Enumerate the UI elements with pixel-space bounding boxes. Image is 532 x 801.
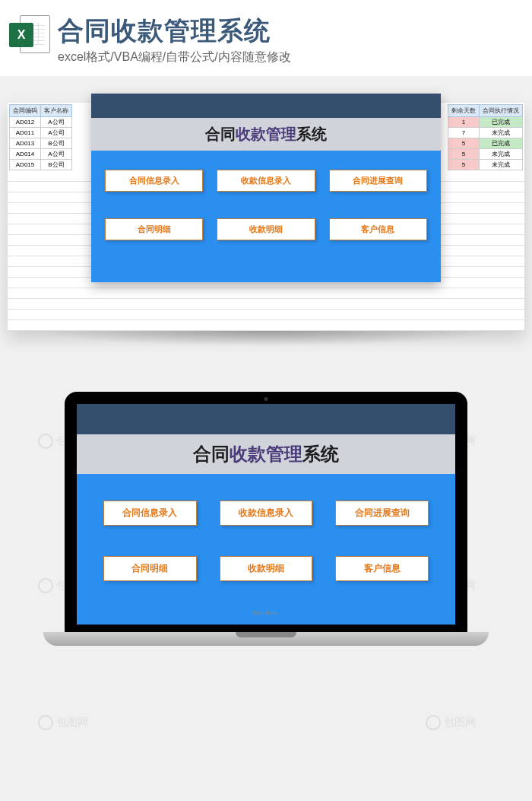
laptop-brand: MacBook [253,609,278,616]
status-cell: 未完成 [480,148,523,159]
watermark: 包图网 [426,715,476,730]
btn-contract-input[interactable]: 合同信息录入 [103,501,197,526]
btn-receipt-detail[interactable]: 收款明细 [220,556,313,581]
btn-receipt-detail[interactable]: 收款明细 [217,218,315,240]
page-title: 合同收款管理系统 [58,15,523,46]
btn-contract-input[interactable]: 合同信息录入 [105,170,203,192]
btn-contract-detail[interactable]: 合同明细 [105,218,203,240]
days-cell: 5 [448,159,480,170]
laptop-preview: 合同收款管理系统 合同信息录入 收款信息录入 合同进展查询 合同明细 收款明细 … [0,369,532,676]
status-cell: 已完成 [480,116,523,127]
days-cell: 1 [448,116,480,127]
btn-progress-query[interactable]: 合同进展查询 [329,170,427,192]
btn-receipt-input[interactable]: 收款信息录入 [217,170,315,192]
watermark: 包图网 [38,715,88,730]
camera-icon [264,397,268,401]
days-cell: 5 [448,148,480,159]
left-table: 合同编码 客户名称 AD012A公司 AD011A公司 AD013B公司 AD0… [9,104,72,170]
status-cell: 未完成 [480,159,523,170]
right-table: 剩余天数 合同执行情况 1已完成 7未完成 5已完成 5未完成 5未完成 [448,104,523,170]
days-cell: 5 [448,138,480,148]
btn-customer-info[interactable]: 客户信息 [329,218,427,240]
btn-receipt-input[interactable]: 收款信息录入 [220,501,313,526]
btn-customer-info[interactable]: 客户信息 [335,556,429,581]
status-cell: 已完成 [480,138,523,148]
header: X 合同收款管理系统 excel格式/VBA编程/自带公式/内容随意修改 [0,0,532,76]
spreadsheet-preview: 合同编码 客户名称 AD012A公司 AD011A公司 AD013B公司 AD0… [0,76,532,369]
panel-title: 合同收款管理系统 [91,118,441,151]
btn-progress-query[interactable]: 合同进展查询 [335,501,429,526]
excel-icon: X [9,15,50,56]
btn-contract-detail[interactable]: 合同明细 [103,556,197,581]
laptop-panel-title: 合同收款管理系统 [77,434,455,474]
days-cell: 7 [448,127,480,138]
status-cell: 未完成 [480,127,523,138]
menu-panel: 合同收款管理系统 合同信息录入 收款信息录入 合同进展查询 合同明细 收款明细 … [91,94,441,282]
page-subtitle: excel格式/VBA编程/自带公式/内容随意修改 [58,49,523,65]
